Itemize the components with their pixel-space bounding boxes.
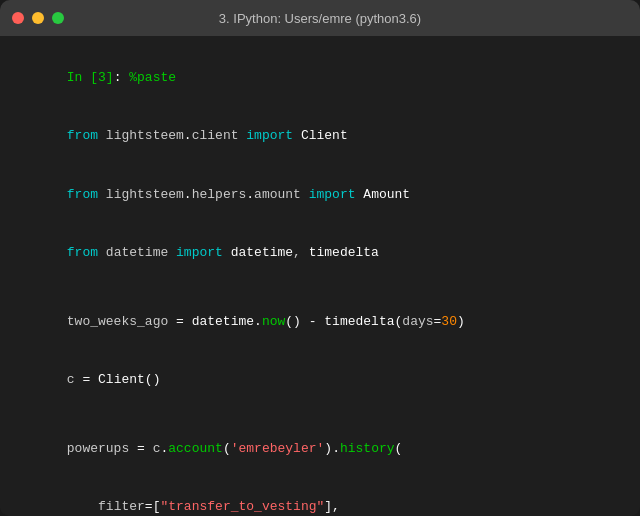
module2: lightsteem <box>98 187 184 202</box>
paren4: () <box>145 372 161 387</box>
module4: amount <box>254 187 309 202</box>
eq1: = <box>176 314 192 329</box>
blank-1 <box>20 282 620 292</box>
num-30: 30 <box>441 314 457 329</box>
keyword-import: import <box>246 128 293 143</box>
paren3: ) <box>457 314 465 329</box>
code-line-2: from lightsteem.helpers.amount import Am… <box>20 165 620 224</box>
prompt-colon: : <box>114 70 130 85</box>
module3: helpers <box>192 187 247 202</box>
code-line-4: two_weeks_ago = datetime.now() - timedel… <box>20 292 620 351</box>
dot2: . <box>184 187 192 202</box>
paren5: ( <box>223 441 231 456</box>
prompt-line-3: In [3]: %paste <box>20 48 620 107</box>
blank-2 <box>20 409 620 419</box>
paren1: () <box>285 314 308 329</box>
prompt-num: 3 <box>98 70 106 85</box>
bracket2: ] <box>324 499 332 514</box>
class-name: Client <box>301 128 348 143</box>
window-title: 3. IPython: Users/emre (python3.6) <box>219 11 421 26</box>
traffic-lights <box>12 12 64 24</box>
keyword-from2: from <box>67 187 98 202</box>
prompt-bracket: ] <box>106 70 114 85</box>
var1: two_weeks_ago <box>67 314 176 329</box>
keyword-import2: import <box>309 187 356 202</box>
titlebar: 3. IPython: Users/emre (python3.6) <box>0 0 640 36</box>
code-line-1: from lightsteem.client import Client <box>20 107 620 166</box>
space4 <box>223 245 231 260</box>
prompt-in: In [ <box>67 70 98 85</box>
dot6: . <box>332 441 340 456</box>
indent1 <box>67 499 98 514</box>
module: client <box>192 128 247 143</box>
func-now: now <box>262 314 285 329</box>
keyword-from3: from <box>67 245 98 260</box>
module5: datetime <box>98 245 176 260</box>
func-history: history <box>340 441 395 456</box>
keyword-import3: import <box>176 245 223 260</box>
dot4: . <box>254 314 262 329</box>
class-amount: Amount <box>363 187 410 202</box>
dot: . <box>184 128 192 143</box>
paren7: ( <box>395 441 403 456</box>
var-powerups: powerups <box>67 441 137 456</box>
class-timedelta: timedelta <box>309 245 379 260</box>
class-datetime: datetime <box>231 245 293 260</box>
code-line-6: powerups = c.account('emrebeyler').histo… <box>20 419 620 478</box>
paren6: ) <box>324 441 332 456</box>
eq3: = <box>82 372 98 387</box>
comma: , <box>293 245 309 260</box>
close-button[interactable] <box>12 12 24 24</box>
eq5: = <box>145 499 153 514</box>
str-filter: "transfer_to_vesting" <box>160 499 324 514</box>
minimize-button[interactable] <box>32 12 44 24</box>
dot3: . <box>246 187 254 202</box>
str-emrebeyler: 'emrebeyler' <box>231 441 325 456</box>
client-ref: Client <box>98 372 145 387</box>
code-line-7: filter=["transfer_to_vesting"], <box>20 478 620 517</box>
window: 3. IPython: Users/emre (python3.6) In [3… <box>0 0 640 516</box>
space: lightsteem <box>98 128 184 143</box>
var-c: c <box>67 372 83 387</box>
keyword-from: from <box>67 128 98 143</box>
space2 <box>293 128 301 143</box>
terminal-body[interactable]: In [3]: %paste from lightsteem.client im… <box>0 36 640 516</box>
code-line-5: c = Client() <box>20 351 620 410</box>
filter-kw: filter <box>98 499 145 514</box>
days-kw: days <box>402 314 433 329</box>
datetime-ref: datetime <box>192 314 254 329</box>
timedelta-ref: timedelta <box>324 314 394 329</box>
minus: - <box>309 314 325 329</box>
eq4: = <box>137 441 153 456</box>
paste-cmd: %paste <box>129 70 176 85</box>
comma2: , <box>332 499 340 514</box>
func-account: account <box>168 441 223 456</box>
maximize-button[interactable] <box>52 12 64 24</box>
code-line-3: from datetime import datetime, timedelta <box>20 224 620 283</box>
